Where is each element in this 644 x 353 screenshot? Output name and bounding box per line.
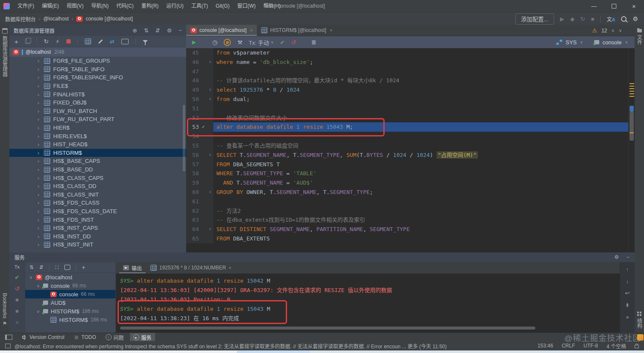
- more-icon[interactable]: »: [15, 319, 18, 325]
- fold-marker-icon[interactable]: ∧: [207, 188, 213, 197]
- menu-item[interactable]: 视图(V): [63, 0, 87, 12]
- add-datasource-icon[interactable]: +: [14, 38, 18, 45]
- code-line[interactable]: 60∧GROUP BY OWNER, T.SEGMENT_NAME, T.SEG…: [186, 188, 629, 197]
- code-line[interactable]: 47: [186, 67, 629, 76]
- code-line[interactable]: 46∧where name = 'db_block_size';: [186, 58, 629, 67]
- tool-strip-bookmarks[interactable]: Bookmarks ⚑: [2, 293, 8, 327]
- fold-marker-icon[interactable]: ∨: [207, 150, 213, 160]
- tree-item[interactable]: ›FINALHIST$: [9, 90, 186, 98]
- close-tab-icon[interactable]: ×: [330, 28, 332, 33]
- tree-item[interactable]: ›HS$_BASE_DD: [9, 165, 186, 174]
- code-line[interactable]: 51: [186, 104, 629, 113]
- stop-icon[interactable]: [66, 39, 71, 43]
- tab-histgrm[interactable]: HISTGRM$ [@localhost] ×: [257, 25, 336, 36]
- up-icon[interactable]: ↑: [626, 266, 629, 272]
- run-button[interactable]: ▶: [560, 16, 564, 22]
- tree-item[interactable]: ›FLW_RU_BATCH_PART: [9, 115, 186, 124]
- fold-marker-icon[interactable]: ∧: [207, 95, 213, 104]
- service-row[interactable]: ∨HISTGRM$186 ms: [25, 307, 115, 315]
- data-view-icon[interactable]: [85, 38, 91, 44]
- tx-mode-dropdown[interactable]: Tx: 手动∨: [249, 38, 273, 46]
- console-output[interactable]: SYS> alter database datafile 1 resize 15…: [116, 274, 620, 323]
- close-tab-icon[interactable]: ×: [250, 28, 253, 33]
- tree-root-localhost[interactable]: @localhost 2/48: [9, 47, 186, 57]
- menu-item[interactable]: 文件(F): [14, 0, 38, 12]
- coverage-button[interactable]: ↻: [581, 16, 585, 22]
- collapse-all-icon[interactable]: ⇵: [155, 27, 160, 34]
- breadcrumb-item[interactable]: @localhost: [43, 16, 69, 22]
- tree-item[interactable]: ›HS$_FDS_CLASS_DATE: [9, 207, 186, 216]
- schema-dropdown[interactable]: SYS: [566, 39, 577, 46]
- editor-scrollbar[interactable]: [628, 48, 635, 252]
- menu-item[interactable]: 代码(C): [112, 0, 138, 12]
- code-line[interactable]: 52-- 修改表空间数据文件大小: [186, 113, 629, 123]
- tree-item[interactable]: ›HS$_INST_CAPS: [9, 224, 186, 232]
- close-tab-icon[interactable]: ×: [229, 265, 231, 270]
- chevron-down-icon[interactable]: ∨: [37, 309, 40, 314]
- menu-item[interactable]: 编辑(E): [38, 0, 63, 12]
- tool-strip-files[interactable]: 文件: [636, 28, 643, 45]
- horizontal-scrollbar[interactable]: [120, 327, 535, 330]
- tree-item[interactable]: ›HS$_BASE_CAPS: [9, 157, 186, 165]
- tree-item[interactable]: ›FGR$_TABLESPACE_INFO: [9, 73, 186, 82]
- service-row[interactable]: HISTGRM$186 ms: [25, 315, 115, 324]
- inspection-widget[interactable]: ⚠ 12 ∧ ∨: [592, 27, 622, 34]
- code-line[interactable]: 48-- 计算该datafile占用的物理空间，最大块id * 每块大小8k /…: [186, 76, 629, 85]
- services-settings-icon[interactable]: ⚙: [614, 254, 619, 260]
- duplicate-icon[interactable]: [25, 39, 30, 44]
- tool-window-button-problem[interactable]: !问题: [102, 333, 127, 341]
- list-icon[interactable]: ≡: [15, 297, 19, 303]
- maximize-button[interactable]: [604, 0, 624, 12]
- tree-item[interactable]: ›HS$_FDS_INST: [9, 215, 186, 224]
- stop-icon[interactable]: ■: [15, 308, 19, 314]
- code-line[interactable]: 55-- 查看某一个表占用的磁盘空间: [186, 141, 629, 150]
- tree-item[interactable]: ›HIERLEVEL$: [9, 132, 186, 140]
- wrench-icon[interactable]: ⚒: [237, 39, 242, 46]
- tree-item[interactable]: ›FGR$_TABLE_INFO: [9, 65, 186, 74]
- code-line[interactable]: 50∧from dual;: [186, 95, 629, 104]
- breadcrumb-item[interactable]: 数据库控制台: [5, 15, 36, 23]
- settings-gear-icon[interactable]: ⚙: [632, 15, 638, 22]
- service-row[interactable]: console66 ms: [25, 290, 115, 298]
- chevron-down-icon[interactable]: ∨: [29, 275, 33, 280]
- code-line[interactable]: 65FROM DBA_EXTENTS: [186, 234, 629, 243]
- caret-position[interactable]: 153:46: [538, 343, 553, 349]
- tree-item[interactable]: ›HS$_FDS_CLASS: [9, 199, 186, 207]
- fold-marker-icon[interactable]: ∨: [207, 85, 213, 95]
- tree-item[interactable]: ›HIST_HEAD$: [9, 140, 186, 149]
- tree-scrollbar[interactable]: [183, 105, 185, 171]
- scrollbar-thumb[interactable]: [630, 112, 634, 141]
- code-line[interactable]: 62-- 方法2: [186, 206, 629, 216]
- code-line[interactable]: 59 AND T.SEGMENT_NAME = 'AUD$': [186, 178, 629, 188]
- menu-item[interactable]: Git(G): [212, 0, 233, 12]
- service-row[interactable]: ∨@localhost: [25, 273, 115, 281]
- minimize-button[interactable]: —: [584, 0, 604, 12]
- collapse-all-icon[interactable]: ⇵: [39, 264, 43, 270]
- tree-item[interactable]: ›HS$_CLASS_DD: [9, 182, 186, 191]
- tree-item[interactable]: ›FLW_RU_BATCH: [9, 107, 186, 116]
- tree-item[interactable]: ›HS$_INST_INIT: [9, 240, 186, 249]
- refresh-icon[interactable]: ↻: [44, 38, 49, 45]
- menu-item[interactable]: 重构(R): [138, 0, 163, 12]
- output-settings-icon[interactable]: ≣: [311, 39, 316, 46]
- chevron-down-icon[interactable]: ∨: [37, 284, 40, 288]
- tree-item[interactable]: ›HS$_CLASS_INIT: [9, 191, 186, 199]
- tab-console[interactable]: console [@localhost] ×: [186, 25, 257, 36]
- service-row[interactable]: ∨console66 ms: [25, 281, 115, 290]
- locate-icon[interactable]: ⊕: [132, 27, 137, 34]
- tool-strip-database-explorer[interactable]: 数据库资源管理器: [1, 28, 9, 77]
- commit-icon[interactable]: ✔: [15, 274, 20, 281]
- down-icon[interactable]: ↓: [626, 278, 629, 284]
- line-ending[interactable]: CRLF: [562, 343, 575, 349]
- close-button[interactable]: ×: [624, 0, 644, 12]
- tree-item[interactable]: ›FILE$: [9, 82, 186, 90]
- parameters-icon[interactable]: p: [224, 39, 231, 46]
- commit-icon[interactable]: ✔: [280, 39, 285, 46]
- expand-all-icon[interactable]: ⇅: [144, 27, 149, 34]
- tree-item[interactable]: ›FGR$_FILE_GROUPS: [9, 57, 186, 65]
- history-icon[interactable]: ◷: [212, 39, 217, 46]
- tree-item[interactable]: ›HIER$: [9, 124, 186, 132]
- tab-result[interactable]: 1925376 * 8 / 1024:NUMBER ×: [147, 262, 235, 273]
- tx-icon[interactable]: Tx: [14, 264, 20, 269]
- code-line[interactable]: 57FROM DBA_SEGMENTS T: [186, 160, 629, 169]
